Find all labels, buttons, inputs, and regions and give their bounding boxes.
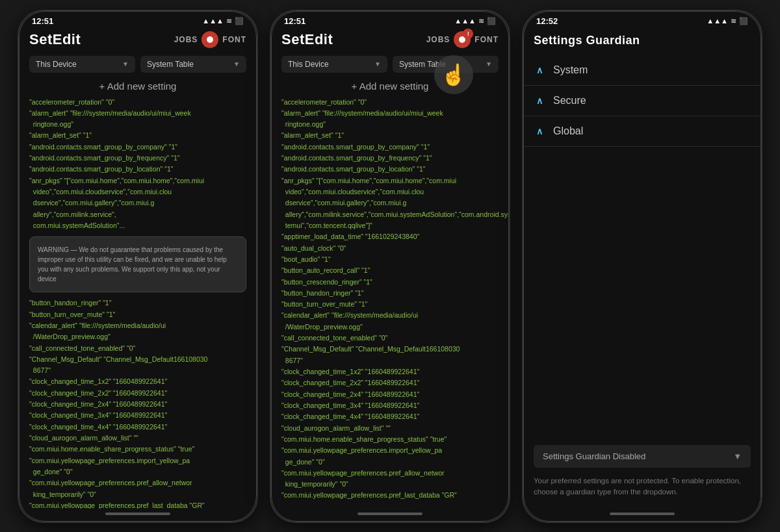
nav-pill-3 bbox=[610, 513, 675, 515]
sg-section-global[interactable]: ∧ Global bbox=[523, 116, 761, 147]
setting-item[interactable]: "accelerometer_rotation" "0" bbox=[29, 97, 246, 108]
phone-3: 12:52 ▲▲▲ ≋ ⬛ Settings Guardian ∧ System… bbox=[522, 10, 762, 523]
battery-icon-3: ⬛ bbox=[739, 17, 748, 25]
notification-btn-2[interactable]: ! bbox=[454, 31, 471, 48]
setting-item[interactable]: "button_handon_ringer" "1" bbox=[281, 288, 499, 299]
setting-item[interactable]: "com.miui.yellowpage_preferences.pref_al… bbox=[29, 477, 246, 500]
setting-item[interactable]: "alarm_alert_set" "1" bbox=[29, 130, 246, 141]
sg-label-global: Global bbox=[553, 125, 583, 137]
sg-section-system[interactable]: ∧ System bbox=[523, 55, 761, 86]
setting-item[interactable]: "alarm_alert" "file:///system/media/audi… bbox=[29, 108, 246, 131]
status-icons-3: ▲▲▲ ≋ ⬛ bbox=[707, 17, 748, 25]
sg-section-secure[interactable]: ∧ Secure bbox=[523, 86, 761, 116]
setting-item[interactable]: "android.contacts.smart_group_by_locatio… bbox=[281, 164, 499, 175]
setting-item[interactable]: "clock_changed_time_3x4" "1660489922641" bbox=[29, 410, 246, 421]
setting-item[interactable]: "alarm_alert_set" "1" bbox=[281, 130, 499, 141]
setting-item[interactable]: "accelerometer_rotation" "0" bbox=[281, 97, 499, 108]
battery-icon-1: ⬛ bbox=[235, 17, 244, 25]
sg-sections: ∧ System ∧ Secure ∧ Global bbox=[523, 55, 761, 435]
add-setting-btn-2[interactable]: + Add new setting bbox=[281, 81, 499, 92]
setting-item[interactable]: "clock_changed_time_1x2" "1660489922641" bbox=[281, 366, 499, 377]
setting-item[interactable]: "android.contacts.smart_group_by_frequen… bbox=[281, 153, 499, 164]
setting-item[interactable]: "button_turn_over_mute" "1" bbox=[281, 299, 499, 310]
setting-item[interactable]: "apptimer_load_data_time" "1661029243840… bbox=[281, 231, 499, 242]
status-bar-2: 12:51 ▲▲▲ ≋ ⬛ bbox=[271, 11, 509, 29]
font-button-1[interactable]: FONT bbox=[222, 35, 246, 44]
nav-pill-2 bbox=[358, 513, 422, 515]
setting-item[interactable]: "cloud_aurogon_alarm_allow_list" "" bbox=[281, 423, 499, 434]
app-header-1: SetEdit JOBS FONT bbox=[19, 29, 257, 53]
phone-1: 12:51 ▲▲▲ ≋ ⬛ SetEdit JOBS FONT This D bbox=[18, 10, 258, 523]
setting-item[interactable]: "android.contacts.smart_group_by_company… bbox=[281, 142, 499, 153]
circle-btn-1[interactable] bbox=[202, 31, 218, 48]
setting-item[interactable]: "com.miui.home.enable_share_progress_sta… bbox=[29, 444, 246, 455]
chevron-secure-icon: ∧ bbox=[536, 95, 543, 106]
setting-item[interactable]: "button_auto_record_call" "1" bbox=[281, 265, 499, 276]
guardian-dropdown[interactable]: Settings Guardian Disabled ▼ bbox=[534, 445, 751, 468]
setting-item[interactable]: "call_connected_tone_enabled" "0" bbox=[281, 333, 499, 344]
setting-item[interactable]: "clock_changed_time_3x4" "1660489922641" bbox=[281, 400, 499, 411]
notification-btn-1[interactable] bbox=[202, 31, 218, 48]
device-dropdown-1[interactable]: This Device ▼ bbox=[29, 56, 135, 73]
device-dropdown-label-2: This Device bbox=[288, 60, 329, 69]
settings-list-2: "accelerometer_rotation" "0" "alarm_aler… bbox=[271, 97, 509, 509]
app-title-3: Settings Guardian bbox=[534, 34, 640, 47]
app-title-2: SetEdit bbox=[281, 31, 333, 48]
font-button-2[interactable]: FONT bbox=[474, 35, 499, 44]
guardian-dropdown-label: Settings Guardian Disabled bbox=[543, 451, 645, 461]
setting-item[interactable]: "Channel_Msg_Default" "Channel_Msg_Defau… bbox=[29, 354, 246, 377]
setting-item[interactable]: "clock_changed_time_2x2" "1660489922641" bbox=[29, 388, 246, 399]
setting-item[interactable]: "clock_changed_time_4x4" "1660489922641" bbox=[281, 411, 499, 422]
setting-item[interactable]: "button_handon_ringer" "1" bbox=[29, 298, 246, 309]
header-actions-1: JOBS FONT bbox=[174, 31, 246, 48]
setting-item[interactable]: "com.miui.yellowpage_preferences.pref_al… bbox=[281, 468, 499, 490]
setting-item[interactable]: "call_connected_tone_enabled" "0" bbox=[29, 343, 246, 354]
add-setting-btn-1[interactable]: + Add new setting bbox=[29, 81, 246, 92]
setting-item[interactable]: "Channel_Msg_Default" "Channel_Msg_Defau… bbox=[281, 344, 499, 366]
nav-pill-1 bbox=[105, 513, 170, 515]
setting-item[interactable]: "anr_pkgs" "["com.miui.home","com.miui.h… bbox=[281, 175, 499, 232]
jobs-button-2[interactable]: JOBS bbox=[426, 35, 450, 44]
dropdowns-row-1: This Device ▼ System Table ▼ bbox=[19, 53, 257, 78]
setting-item[interactable]: "android.contacts.smart_group_by_locatio… bbox=[29, 164, 246, 175]
setting-item[interactable]: "clock_changed_time_1x2" "1660489922641" bbox=[29, 376, 246, 387]
setting-item[interactable]: "android.contacts.smart_group_by_company… bbox=[29, 142, 246, 153]
setting-item[interactable]: "clock_changed_time_2x4" "1660489922641" bbox=[29, 399, 246, 410]
jobs-button-1[interactable]: JOBS bbox=[174, 35, 198, 44]
setting-item[interactable]: "auto_dual_clock" "0" bbox=[281, 243, 499, 254]
setting-item[interactable]: "com.miui.yellowpage_preferences.pref_la… bbox=[29, 500, 246, 509]
setting-item[interactable]: "clock_changed_time_4x4" "1660489922641" bbox=[29, 422, 246, 433]
setting-item[interactable]: "com.miui.yellowpage_preferences.import_… bbox=[281, 445, 499, 468]
wifi-icon-1: ≋ bbox=[226, 17, 232, 25]
setting-item[interactable]: "com.miui.yellowpage_preferences.import_… bbox=[29, 455, 246, 478]
status-bar-1: 12:51 ▲▲▲ ≋ ⬛ bbox=[19, 11, 257, 29]
setting-item[interactable]: "button_crescendo_ringer" "1" bbox=[281, 277, 499, 288]
dropdowns-row-2: This Device ▼ System Table ▼ bbox=[271, 53, 509, 78]
setting-item[interactable]: "com.miui.yellowpage_preferences.pref_la… bbox=[281, 490, 499, 501]
setting-item[interactable]: "calendar_alert" "file:///system/media/a… bbox=[29, 320, 246, 343]
app-title-1: SetEdit bbox=[29, 31, 81, 48]
setting-item[interactable]: "clock_changed_time_2x4" "1660489922641" bbox=[281, 389, 499, 400]
table-dropdown-label-1: System Table bbox=[147, 60, 194, 69]
guardian-dropdown-arrow: ▼ bbox=[733, 451, 742, 461]
header-actions-2: JOBS ! FONT bbox=[426, 31, 499, 48]
device-dropdown-arrow-1: ▼ bbox=[122, 60, 129, 68]
device-dropdown-2[interactable]: This Device ▼ bbox=[281, 56, 387, 73]
table-dropdown-1[interactable]: System Table ▼ bbox=[140, 56, 246, 73]
nav-bar-3 bbox=[523, 509, 761, 522]
table-dropdown-2[interactable]: System Table ▼ bbox=[393, 56, 499, 73]
setting-item[interactable]: "cloud_aurogon_alarm_allow_list" "" bbox=[29, 433, 246, 444]
signal-icon-1: ▲▲▲ bbox=[202, 17, 224, 25]
setting-item[interactable]: "android.contacts.smart_group_by_frequen… bbox=[29, 153, 246, 164]
sg-label-system: System bbox=[553, 64, 588, 76]
setting-item[interactable]: "calendar_alert" "file:///system/media/a… bbox=[281, 310, 499, 333]
setting-item[interactable]: "clock_changed_time_2x2" "1660489922641" bbox=[281, 377, 499, 388]
setting-item[interactable]: "com.miui.home.enable_share_progress_sta… bbox=[281, 434, 499, 445]
setting-item[interactable]: "anr_pkgs" "["com.miui.home","com.miui.h… bbox=[29, 175, 246, 232]
setting-item[interactable]: "button_turn_over_mute" "1" bbox=[29, 309, 246, 320]
setting-item[interactable]: "alarm_alert" "file:///system/media/audi… bbox=[281, 108, 499, 131]
status-time-3: 12:52 bbox=[536, 16, 558, 26]
nav-bar-2 bbox=[271, 509, 509, 522]
settings-list-1: "accelerometer_rotation" "0" "alarm_aler… bbox=[19, 97, 257, 509]
setting-item[interactable]: "boot_audio" "1" bbox=[281, 254, 499, 265]
